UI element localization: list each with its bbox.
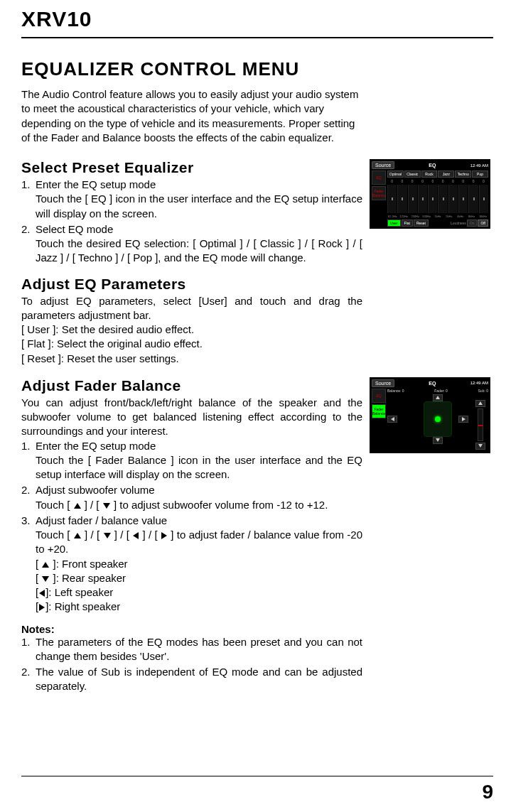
eq-button-row: User Flat Reset Loudness On Off [387,220,488,227]
preset-step-2: Select EQ mode Touch the desired EQ sele… [21,222,362,266]
side-fader: Fader Balance [372,186,386,200]
side-fader: Fader Balance [372,404,386,418]
fader-panel: Balance: 0 Fader: 0 Sub: 0 [387,389,488,451]
fader-steps: Enter the EQ setup mode Touch the [ Fade… [21,439,362,615]
eq-sliders [387,185,488,213]
eq-freqs: 62.5Hz125Hz250Hz500Hz1kHz2kHz4kHz8kHz16k… [387,215,488,218]
front-speaker-line: [ ]: Front speaker [36,557,362,571]
shot-time: 12:49 AM [470,381,488,385]
eq-values: 0000000000 [387,179,488,183]
source-button: Source [372,379,394,387]
car-graphic [424,401,452,437]
params-body: To adjust EQ parameters, select [User] a… [21,294,362,323]
preset-tabs: Optimal Classic Rock Jazz Techno Pop [387,170,488,178]
sub-bar [478,408,483,441]
up-triangle-icon [42,562,49,568]
params-heading: Adjust EQ Parameters [21,276,493,293]
right-triangle-icon [39,604,45,611]
note-2: The value of Sub is independent of EQ mo… [21,665,362,694]
footer-rule [21,776,493,776]
fader-heading: Adjust Fader Balance [21,377,362,394]
fader-step3-body: Touch [ ] / [ ] / [ ] / [ ] to adjust fa… [36,528,362,557]
preset-steps: Enter the EQ setup mode Touch the [ EQ ]… [21,178,362,266]
section-title: EQUALIZER CONTROL MENU [21,58,493,80]
sub-down [475,443,485,450]
user-btn: User [387,220,401,227]
eq-screenshot: Source EQ 12:49 AM EQ Fader Balance Opti… [370,159,490,229]
preset-step2-body: Touch the desired EQ selection: [ Optima… [36,237,362,266]
preset-step1-body: Touch the [ EQ ] icon in the user interf… [36,192,362,221]
right-speaker-line: []: Right speaker [36,600,362,614]
up-triangle-icon [74,533,81,538]
arrow-up [433,394,443,401]
fader-value: Fader: 0 [434,389,448,393]
arrow-left [387,416,397,423]
fader-step-3: Adjust fader / balance value Touch [ ] /… [21,514,362,615]
params-reset: [ Reset ]: Reset the user settings. [21,352,362,366]
down-triangle-icon [42,576,49,582]
source-button: Source [372,161,394,169]
product-model: XRV10 [21,7,493,31]
notes-heading: Notes: [21,623,362,635]
params-flat: [ Flat ]: Select the original audio effe… [21,337,362,351]
arrow-down [433,437,443,444]
intro-paragraph: The Audio Control feature allows you to … [21,87,362,145]
flat-btn: Flat [402,220,413,227]
balance-value: Balance: 0 [387,389,404,393]
header-rule [21,37,493,38]
sub-controls [473,400,488,450]
on-btn: On [467,220,478,227]
shot-time: 12:49 AM [470,163,488,168]
shot-title: EQ [429,381,436,386]
side-eq: EQ [372,170,386,185]
sub-up [475,400,485,407]
params-user: [ User ]: Set the desired audio effect. [21,323,362,337]
up-triangle-icon [74,503,81,509]
right-triangle-icon [161,532,167,539]
preset-step1-title: Enter the EQ setup mode [36,178,362,192]
left-triangle-icon [39,590,45,597]
arrow-right [458,416,468,423]
fader-step2-body: Touch [ ] / [ ] to adjust subwoofer volu… [36,498,362,512]
side-eq: EQ [372,389,386,403]
rear-speaker-line: [ ]: Rear speaker [36,571,362,585]
down-triangle-icon [104,533,111,538]
preset-step2-title: Select EQ mode [36,222,362,237]
note-1: The parameters of the EQ modes has been … [21,635,362,664]
loudness-label: Loudness [451,221,466,225]
page-number: 9 [482,781,493,803]
shot-title: EQ [429,163,436,168]
fader-step3-title: Adjust fader / balance value [36,514,362,528]
sub-value: Sub: 0 [478,389,488,393]
fader-step-2: Adjust subwoofer volume Touch [ ] / [ ] … [21,483,362,512]
reset-btn: Reset [414,220,429,227]
fader-step1-title: Enter the EQ setup mode [36,439,362,453]
preset-step-1: Enter the EQ setup mode Touch the [ EQ ]… [21,178,362,221]
fader-step2-title: Adjust subwoofer volume [36,483,362,497]
fader-step-1: Enter the EQ setup mode Touch the [ Fade… [21,439,362,482]
down-triangle-icon [103,503,110,509]
left-speaker-line: []: Left speaker [36,585,362,600]
fader-screenshot: Source EQ 12:49 AM EQ Fader Balance Bala… [370,377,490,453]
left-triangle-icon [133,532,139,539]
preset-heading: Select Preset Equalizer [21,159,362,176]
fader-step1-body: Touch the [ Fader Balance ] icon in the … [36,453,362,482]
fader-intro: You can adjust front/back/left/right bal… [21,396,362,439]
notes-list: The parameters of the EQ modes has been … [21,635,362,694]
off-btn: Off [478,220,488,227]
